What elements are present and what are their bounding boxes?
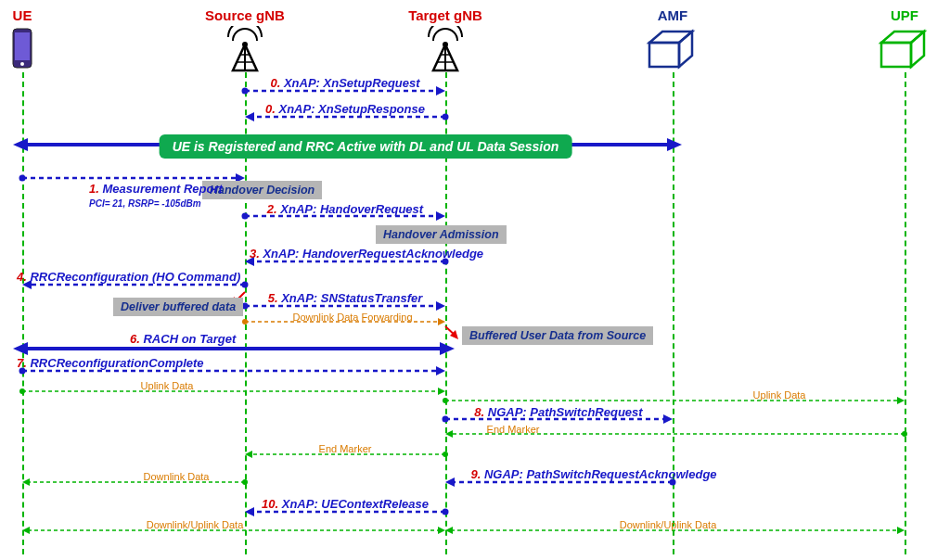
svg-marker-44 xyxy=(438,318,445,325)
svg-marker-55 xyxy=(438,388,445,395)
svg-marker-16 xyxy=(911,32,924,67)
svg-marker-24 xyxy=(13,138,28,151)
antenna-icon xyxy=(424,26,467,76)
svg-marker-13 xyxy=(679,32,692,67)
svg-marker-11 xyxy=(649,43,679,67)
svg-rect-1 xyxy=(15,32,30,60)
actor-target-gnb: Target gNB xyxy=(408,7,482,23)
msg-rach: 6. RACH on Target xyxy=(130,332,236,346)
msg-xn-setup-request: 0. XnAP: XnSetupRequest xyxy=(270,76,419,90)
svg-marker-83 xyxy=(897,527,905,534)
actor-source-gnb: Source gNB xyxy=(205,7,285,23)
msg-rrc-reconfiguration: 4. RRCReconfiguration (HO Command) xyxy=(17,270,240,284)
note-ho-admission: Handover Admission xyxy=(376,225,507,244)
msg-path-switch-request: 8. NGAP: PathSwitchRequest xyxy=(474,405,642,419)
label-end-marker: End Marker xyxy=(487,424,540,435)
msg-path-switch-ack: 9. NGAP: PathSwitchRequestAcknowledge xyxy=(470,467,716,481)
svg-marker-61 xyxy=(663,414,673,424)
actor-ue: UE xyxy=(13,7,32,23)
msg-sn-status-transfer: 5. XnAP: SNStatusTransfer xyxy=(268,291,423,305)
actor-amf: AMF xyxy=(658,7,688,23)
svg-marker-50 xyxy=(440,342,455,355)
label-dlul-2: Downlink/Uplink Data xyxy=(620,519,717,530)
note-deliver: Deliver buffered data xyxy=(113,298,243,316)
note-buffered: Buffered User Data from Source xyxy=(462,326,653,345)
phone-icon xyxy=(12,28,32,72)
svg-marker-47 xyxy=(450,330,458,339)
label-ul-data-2: Uplink Data xyxy=(753,389,806,401)
svg-marker-18 xyxy=(436,86,445,95)
box-icon xyxy=(644,26,701,74)
svg-marker-52 xyxy=(436,366,445,375)
msg-handover-request: 2. XnAP: HandoverRequest xyxy=(267,202,423,216)
label-dl-forwarding: Downlink Data Forwarding xyxy=(293,312,413,323)
box-icon xyxy=(876,26,933,74)
svg-marker-14 xyxy=(881,43,911,67)
msg-measurement-report: 1. Measurement Report PCI= 21, RSRP= -10… xyxy=(89,182,223,210)
label-dlul: Downlink/Uplink Data xyxy=(147,519,244,530)
svg-marker-58 xyxy=(897,397,905,404)
svg-marker-80 xyxy=(438,527,445,534)
msg-xn-setup-response: 0. XnAP: XnSetupResponse xyxy=(265,102,425,116)
svg-marker-39 xyxy=(436,301,445,311)
banner-active: UE is Registered and RRC Active with DL … xyxy=(160,134,572,159)
svg-marker-25 xyxy=(667,138,682,151)
label-dl-data: Downlink Data xyxy=(144,471,210,482)
svg-marker-30 xyxy=(436,211,445,221)
msg-rrc-reconf-complete: 7. RRCReconfigurationComplete xyxy=(17,356,204,370)
msg-ue-context-release: 10. XnAP: UEContextRelease xyxy=(262,497,429,511)
svg-point-2 xyxy=(20,62,24,66)
actor-upf: UPF xyxy=(891,7,918,23)
svg-marker-49 xyxy=(13,342,28,355)
antenna-icon xyxy=(224,26,266,76)
label-ul-data: Uplink Data xyxy=(141,380,194,391)
label-end-marker-2: End Marker xyxy=(319,443,372,454)
msg-handover-request-ack: 3. XnAP: HandoverRequestAcknowledge xyxy=(250,247,483,261)
